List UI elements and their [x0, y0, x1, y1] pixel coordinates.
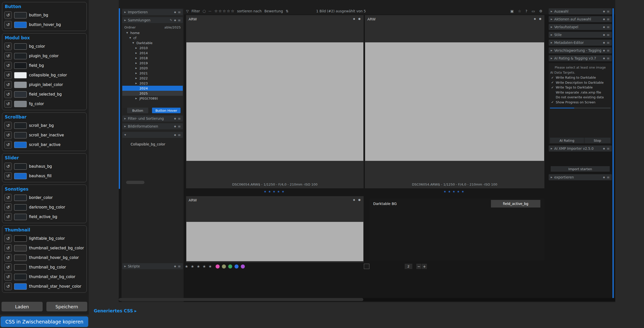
panel-scrollbar-handle[interactable]	[126, 181, 144, 184]
ai-option-checkbox[interactable]: ✓ Do not overwrite existing data	[549, 95, 612, 100]
tree-item[interactable]: 2025	[122, 91, 183, 96]
color-swatch[interactable]	[14, 245, 27, 251]
tree-item[interactable]: 2024	[122, 86, 183, 91]
thumbnail-image[interactable]	[186, 42, 363, 161]
save-button[interactable]: Speichern	[46, 302, 87, 311]
display-profile-icon[interactable]: ▭	[532, 9, 535, 13]
menu-icon[interactable]: ≡	[607, 33, 610, 37]
copy-css-button[interactable]: CSS in Zwischenablage kopieren	[1, 316, 88, 327]
star-icon[interactable]: ★	[264, 190, 267, 193]
star-outline-icon[interactable]: ☆	[227, 9, 230, 13]
color-swatch[interactable]	[14, 235, 27, 242]
reset-icon[interactable]: ↺	[4, 203, 12, 211]
color-label-circle-icon[interactable]: ●	[358, 198, 361, 201]
preset-circle-icon[interactable]: ●	[174, 134, 176, 136]
thumbnail-rating-stars[interactable]: ★ ★ ★ ★ ★	[264, 190, 284, 193]
module-header-collapsible[interactable]: ▼ ● ≡	[122, 132, 183, 138]
ai-option-checkbox[interactable]: ✓ Write Description to Darktable	[549, 80, 612, 85]
color-swatch[interactable]	[14, 43, 27, 50]
star-outline-icon[interactable]: ☆	[214, 9, 218, 13]
color-swatch[interactable]	[14, 214, 27, 220]
group-pin-icon[interactable]: ◆	[353, 198, 355, 201]
reset-icon[interactable]: ↺	[4, 244, 12, 252]
thumbnail-image[interactable]	[186, 222, 363, 261]
star-icon[interactable]: ★	[185, 264, 188, 269]
zoom-value-box[interactable]: 2	[405, 264, 412, 269]
color-swatch[interactable]	[14, 283, 27, 290]
module-header-ai-tagging[interactable]: ▶ AI Rating & Tagging v3.7 ● ≡	[549, 55, 612, 61]
module-header[interactable]: ▶ Metadaten-Editor ● ≡	[549, 40, 612, 46]
reset-icon[interactable]: ↺	[4, 100, 12, 108]
star-icon[interactable]: ★	[461, 190, 464, 193]
preset-circle-icon[interactable]: ●	[603, 18, 605, 20]
module-header[interactable]: ▶ Stile ● ≡	[549, 32, 612, 38]
color-swatch[interactable]	[14, 142, 27, 148]
menu-icon[interactable]: ≡	[607, 17, 610, 21]
color-swatch[interactable]	[14, 163, 27, 170]
right-scrollbar-active[interactable]	[612, 8, 614, 298]
preset-circle-icon[interactable]: ●	[603, 10, 605, 13]
star-icon[interactable]: ★	[448, 190, 451, 193]
group-pin-icon[interactable]: ◆	[353, 17, 355, 20]
star-icon[interactable]: ★	[453, 190, 455, 193]
reset-icon[interactable]: ↺	[4, 71, 12, 79]
reset-icon[interactable]: ↺	[4, 81, 12, 88]
color-label-circle-icon[interactable]: ●	[539, 17, 541, 20]
star-icon[interactable]: ★	[282, 190, 284, 193]
preset-circle-icon[interactable]: ●	[603, 176, 605, 178]
star-icon[interactable]: ★	[444, 190, 446, 193]
module-header[interactable]: ▶ Verlaufsstapel ● ≡	[549, 24, 612, 30]
tree-item[interactable]: ▼ home	[122, 30, 183, 35]
preset-circle-icon[interactable]: ●	[174, 11, 176, 13]
thumbnail-cell[interactable]: ARW ◆ ● DSC06054.ARW$ - 1/1250 - F/4,0 -…	[365, 15, 544, 188]
preset-circle-icon[interactable]: ●	[174, 117, 176, 120]
reset-icon[interactable]: ↺	[4, 91, 12, 98]
menu-icon[interactable]: ≡	[607, 175, 610, 179]
tree-item[interactable]: ▶ JPEG(7089)	[122, 96, 183, 101]
reset-icon[interactable]: ↺	[4, 62, 12, 69]
thumbnail-image[interactable]	[365, 42, 544, 161]
reset-icon[interactable]: ↺	[4, 235, 12, 242]
stop-button[interactable]: Stop	[584, 138, 610, 143]
reset-icon[interactable]: ↺	[4, 43, 12, 50]
reset-icon[interactable]: ↺	[4, 163, 12, 170]
reset-icon[interactable]: ↺	[4, 254, 12, 261]
color-label-dot[interactable]	[235, 264, 239, 269]
color-label-dot[interactable]	[241, 264, 245, 269]
module-header-image-info[interactable]: ▶ Bildinformationen ● ≡	[122, 123, 183, 129]
preset-circle-icon[interactable]: ●	[603, 147, 605, 150]
preset-circle-icon[interactable]: ●	[603, 49, 605, 52]
horizontal-scrollbar-handle[interactable]	[119, 298, 363, 301]
star-icon[interactable]: ★	[191, 264, 194, 269]
color-swatch[interactable]	[14, 22, 27, 28]
tree-item[interactable]: ▶ 2018	[122, 55, 183, 61]
color-swatch[interactable]	[14, 195, 27, 201]
star-icon[interactable]: ★	[209, 264, 212, 269]
reset-icon[interactable]: ↺	[4, 194, 12, 201]
color-swatch[interactable]	[14, 53, 27, 59]
color-swatch[interactable]	[14, 264, 27, 271]
load-button[interactable]: Laden	[2, 302, 43, 311]
preset-circle-icon[interactable]: ●	[174, 125, 176, 128]
reset-icon[interactable]: ↺	[4, 52, 12, 60]
color-swatch[interactable]	[14, 63, 27, 69]
thumbnail-rating-stars[interactable]: ★ ★ ★ ★ ★	[444, 190, 464, 193]
thumbnail-bg-swatch[interactable]	[364, 264, 369, 269]
color-label-dot[interactable]	[228, 264, 232, 269]
preset-circle-icon[interactable]: ●	[174, 19, 176, 21]
menu-icon[interactable]: ≡	[607, 48, 610, 52]
tree-item[interactable]: ▶ 2014	[122, 50, 183, 55]
color-swatch[interactable]	[14, 132, 27, 138]
star-icon[interactable]: ★	[273, 190, 276, 193]
color-swatch[interactable]	[14, 123, 27, 129]
color-swatch[interactable]	[14, 12, 27, 18]
color-swatch[interactable]	[14, 82, 27, 88]
star-icon[interactable]: ★	[202, 264, 206, 269]
rating-filter-stars[interactable]: ☆ ☆ ☆ ☆ ☆	[214, 9, 234, 13]
module-header-import[interactable]: ▶ Importieren ● ≡	[122, 9, 183, 15]
module-header[interactable]: ▶ Aktionen auf Auswahl ● ≡	[549, 16, 612, 22]
demo-button[interactable]: Button	[127, 108, 148, 113]
preset-circle-icon[interactable]: ●	[603, 34, 605, 36]
thumbnail-cell[interactable]: ARW ◆ ●	[186, 196, 364, 262]
tree-item[interactable]: ▶ 2022	[122, 76, 183, 81]
